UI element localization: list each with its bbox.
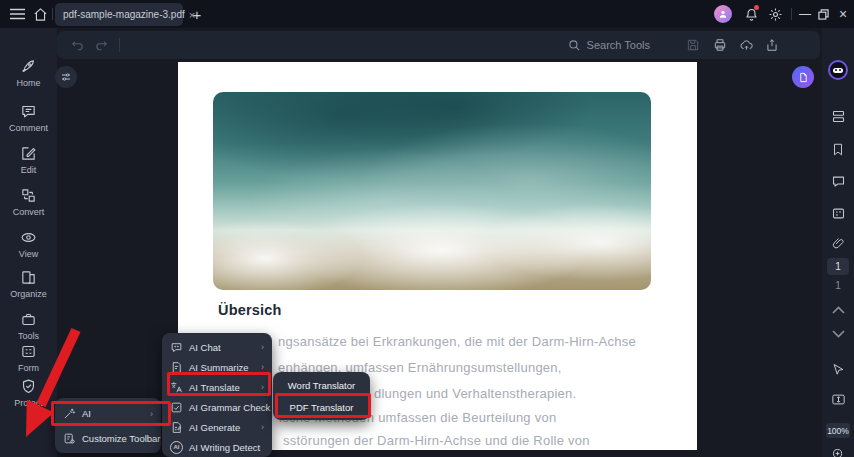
cloud-upload-button[interactable] — [734, 31, 758, 59]
zoom-in-button[interactable] — [822, 447, 854, 457]
sidebar-item-edit[interactable]: Edit — [0, 145, 57, 175]
submenu-chevron-icon: › — [261, 342, 264, 352]
bookmarks-panel-button[interactable] — [822, 142, 854, 157]
sidebar-item-form[interactable]: Form — [0, 343, 57, 373]
menu-item-label: AI Generate — [189, 422, 255, 433]
eye-icon — [20, 229, 37, 246]
cloud-upload-icon — [739, 38, 754, 52]
user-avatar[interactable] — [714, 5, 732, 23]
sidebar-item-comment[interactable]: Comment — [0, 103, 57, 133]
toolbar-divider — [119, 38, 120, 52]
tab-title: pdf-sample-magazine-3.pdf — [63, 9, 185, 20]
zoom-in-icon — [831, 447, 846, 457]
close-icon: × — [839, 6, 847, 22]
fields-panel-button[interactable] — [822, 206, 854, 221]
person-icon — [718, 9, 728, 19]
chevron-up-icon — [832, 306, 845, 314]
minimize-button[interactable]: — — [796, 0, 814, 28]
previous-page-button[interactable] — [822, 306, 854, 314]
briefcase-icon — [20, 311, 37, 328]
highlight-box-ai — [51, 401, 171, 426]
comments-panel-button[interactable] — [822, 174, 854, 189]
menu-item-ai-generate[interactable]: AI Generate › — [162, 417, 272, 437]
printer-icon — [713, 38, 727, 52]
gear-icon — [768, 7, 783, 22]
sidebar-item-organize[interactable]: Organize — [0, 269, 57, 299]
save-button[interactable] — [681, 31, 705, 59]
menu-item-label: AI Summarize — [189, 362, 255, 373]
sidebar-item-label: Organize — [10, 289, 47, 299]
new-tab-button[interactable]: + — [186, 0, 208, 28]
sidebar-item-protect[interactable]: Protect — [0, 378, 57, 408]
customize-toolbar-icon — [63, 432, 76, 445]
plus-icon: + — [193, 6, 202, 23]
fit-width-icon — [831, 392, 846, 407]
menu-item-label: Customize Toolbar — [82, 433, 161, 444]
restore-button[interactable] — [814, 0, 832, 28]
bookmark-icon — [831, 142, 845, 157]
zoom-level-badge[interactable]: 100% — [826, 423, 850, 438]
title-bar: pdf-sample-magazine-3.pdf × + — × — [0, 0, 854, 28]
undo-icon — [70, 38, 85, 52]
sliders-icon — [60, 71, 72, 83]
redo-icon — [94, 38, 109, 52]
panels-icon — [831, 109, 846, 124]
fit-width-button[interactable] — [822, 392, 854, 407]
convert-icon — [20, 187, 37, 204]
select-tool-button[interactable] — [822, 362, 854, 377]
menu-item-label: AI Chat — [189, 342, 255, 353]
titlebar-divider — [791, 8, 792, 20]
ocean-photo — [213, 92, 651, 290]
redo-button[interactable] — [89, 31, 113, 59]
menu-item-label: AI Grammar Check — [189, 402, 270, 413]
menu-item-customize-toolbar[interactable]: Customize Toolbar — [55, 427, 161, 450]
ai-translate-float-button[interactable] — [792, 66, 814, 88]
ai-generate-icon — [170, 421, 183, 434]
search-tools-button[interactable]: Search Tools — [568, 31, 650, 59]
undo-button[interactable] — [65, 31, 89, 59]
hamburger-icon — [10, 8, 25, 20]
paperclip-icon — [831, 236, 845, 251]
shield-check-icon — [20, 378, 37, 395]
sidebar-item-label: Protect — [14, 398, 43, 408]
sidebar-item-label: Tools — [18, 331, 39, 341]
menu-item-ai-grammar-check[interactable]: AI Grammar Check › — [162, 397, 272, 417]
ai-grammar-check-icon — [170, 401, 183, 414]
sidebar-item-home[interactable]: Home — [0, 58, 57, 88]
notifications-button[interactable] — [740, 0, 762, 28]
home-icon — [33, 7, 48, 22]
body-text-line: dlungen und Verhaltenstherapien. — [374, 386, 576, 401]
titlebar-divider — [52, 8, 53, 20]
menu-item-ai-writing-detect[interactable]: AI AI Writing Detect — [162, 437, 272, 457]
home-tab-button[interactable] — [29, 0, 51, 28]
print-button[interactable] — [708, 31, 732, 59]
sidebar-item-tools[interactable]: Tools — [0, 311, 57, 341]
menu-item-ai-chat[interactable]: AI Chat › — [162, 337, 272, 357]
submenu-chevron-icon: › — [261, 422, 264, 432]
share-button[interactable] — [760, 31, 784, 59]
attachments-panel-button[interactable] — [822, 236, 854, 251]
pointer-icon — [831, 362, 846, 377]
main-menu-button[interactable] — [6, 0, 28, 28]
view-settings-button[interactable] — [55, 66, 77, 88]
next-page-button[interactable] — [822, 330, 854, 338]
document-tab[interactable]: pdf-sample-magazine-3.pdf × — [55, 3, 183, 26]
body-text-line: ngsansätze bei Erkrankungen, die mit der… — [278, 334, 636, 349]
document-icon — [798, 72, 809, 83]
restore-icon — [818, 9, 829, 20]
menu-item-label: Word Translator — [288, 380, 355, 391]
close-button[interactable]: × — [833, 0, 853, 28]
minimize-icon: — — [799, 7, 811, 21]
search-icon — [568, 39, 581, 52]
body-text-line: sstörungen der Darm-Hirn-Achse und die R… — [283, 433, 590, 448]
sidebar-item-view[interactable]: View — [0, 229, 57, 259]
sidebar-item-convert[interactable]: Convert — [0, 187, 57, 217]
highlight-box-ai-translate — [167, 372, 271, 396]
current-page-input[interactable]: 1 — [827, 258, 849, 275]
chevron-down-icon — [832, 330, 845, 338]
ai-assistant-button[interactable] — [822, 60, 854, 80]
pdf-editor-window: pdf-sample-magazine-3.pdf × + — × — [0, 0, 854, 457]
thumbnails-panel-button[interactable] — [822, 109, 854, 124]
sidebar-item-label: Form — [18, 363, 39, 373]
settings-button[interactable] — [764, 0, 786, 28]
